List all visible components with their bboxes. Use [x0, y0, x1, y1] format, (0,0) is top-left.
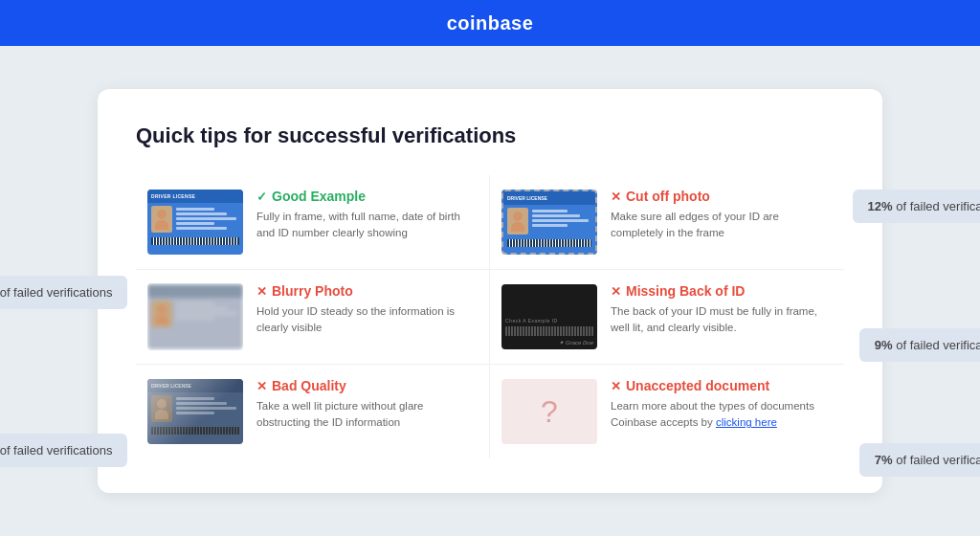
unaccepted-image: ?: [501, 378, 597, 445]
coinbase-logo: coinbase: [447, 12, 534, 34]
tip-missing-back: Check A Example ID ✦ Grace Doe ✕ Missing…: [490, 270, 844, 365]
cut-off-title: ✕ Cut off photo: [611, 189, 833, 204]
unaccepted-title: ✕ Unaccepted document: [611, 378, 833, 393]
cut-off-desc: Make sure all edges of your ID are compl…: [611, 209, 833, 242]
check-icon: ✓: [256, 190, 267, 204]
blurry-image: [147, 283, 243, 350]
good-example-desc: Fully in frame, with full name, date of …: [256, 209, 478, 242]
bad-quality-image: DRIVER LICENSE: [147, 378, 243, 445]
missing-back-title: ✕ Missing Back of ID: [611, 283, 833, 299]
x-icon-blurry: ✕: [256, 284, 267, 299]
tip-cut-off: DRIVER LICENSE: [490, 175, 844, 270]
x-icon-cutoff: ✕: [611, 190, 621, 204]
badge-9-percent: 9% of failed verifications: [859, 328, 980, 362]
bad-quality-desc: Take a well lit picture without glare ob…: [256, 398, 478, 432]
header: coinbase: [0, 0, 980, 46]
tip-blurry: ✕ Blurry Photo Hold your ID steady so th…: [136, 270, 490, 365]
x-icon-missing-back: ✕: [611, 284, 621, 299]
x-icon-unaccepted: ✕: [611, 379, 621, 393]
cut-off-image: DRIVER LICENSE: [501, 189, 597, 256]
tip-good-example: DRIVER LICENSE: [136, 175, 490, 270]
bad-quality-title: ✕ Bad Quality: [256, 378, 478, 393]
missing-back-image: Check A Example ID ✦ Grace Doe: [501, 283, 597, 350]
unaccepted-desc: Learn more about the types of documents …: [611, 398, 833, 432]
badge-12-percent: 12% of failed verifications: [853, 190, 980, 223]
question-mark-icon: ?: [541, 394, 558, 430]
badge-37-percent: 37% of failed verifications: [0, 276, 127, 309]
badge-26-percent: 26% of failed verifications: [0, 434, 127, 467]
good-example-title: ✓ Good Example: [256, 189, 478, 204]
good-example-image: DRIVER LICENSE: [147, 189, 243, 256]
page-title: Quick tips for successful verifications: [136, 123, 844, 148]
blurry-title: ✕ Blurry Photo: [256, 283, 478, 299]
missing-back-desc: The back of your ID must be fully in fra…: [611, 303, 833, 337]
tip-bad-quality: DRIVER LICENSE: [136, 365, 490, 458]
clicking-here-link[interactable]: clicking here: [716, 416, 777, 428]
tip-unaccepted: ? ✕ Unaccepted document Learn more about…: [490, 365, 844, 458]
badge-7-percent: 7% of failed verifications: [859, 443, 980, 477]
blurry-desc: Hold your ID steady so the information i…: [256, 303, 478, 337]
x-icon-bad-quality: ✕: [256, 379, 267, 393]
